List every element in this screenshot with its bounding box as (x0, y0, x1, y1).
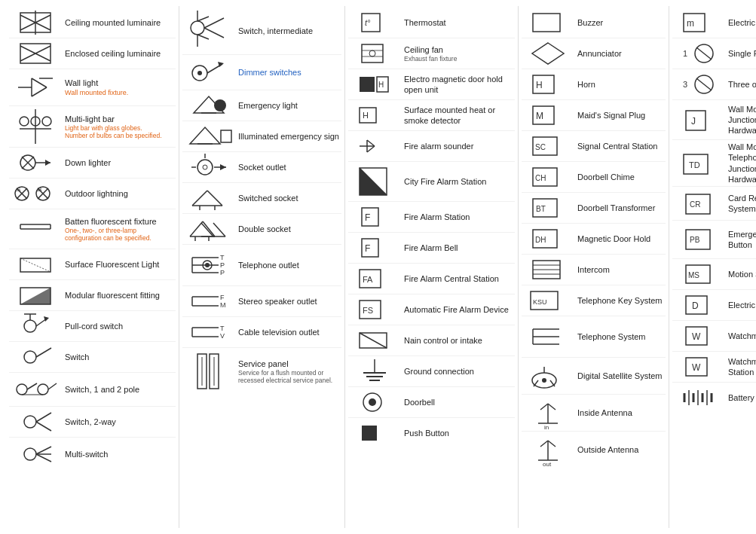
label-multi-switch: Multi-switch (62, 449, 176, 459)
svg-point-45 (17, 384, 27, 395)
svg-point-74 (197, 160, 213, 175)
symbol-doorbell-chime: CH (522, 163, 574, 191)
row-emergency-light: Emergency light (182, 90, 341, 121)
label-annunciator: Annunciator (574, 48, 666, 59)
svg-text:F: F (365, 243, 370, 254)
row-ceiling-fan: Ceiling fan Exhaust fan fixture (348, 38, 515, 69)
svg-rect-198 (686, 111, 705, 130)
symbol-em-door-hold: H (348, 71, 401, 98)
svg-rect-122 (360, 77, 375, 92)
svg-marker-152 (532, 43, 564, 64)
label-telephone-outlet: Telephone outlet (235, 260, 341, 270)
row-modular-fluorescent: Modular fluorescent fitting (9, 280, 176, 311)
label-buzzer: Buzzer (574, 17, 666, 28)
row-card-reader: CR Card Reader Access System (672, 187, 756, 221)
label-enclosed-ceiling: Enclosed ceiling luminaire (62, 48, 176, 59)
svg-point-13 (20, 117, 29, 126)
svg-text:M: M (536, 111, 543, 121)
row-maids-signal: M Maid's Signal Plug (522, 100, 666, 131)
label-emergency-light: Emergency light (235, 100, 341, 111)
symbol-outside-antenna: out (522, 433, 574, 466)
symbol-telephone-system (522, 318, 574, 355)
svg-line-85 (190, 221, 203, 236)
row-emergency-release: PB Emergency Release Button (672, 221, 756, 259)
svg-line-10 (32, 87, 47, 96)
row-city-fire-alarm: City Fire Alarm Station (348, 162, 515, 202)
label-stereo-speaker: Stereo speaker outlet (235, 296, 341, 307)
svg-text:in: in (544, 424, 549, 431)
svg-line-90 (201, 223, 213, 236)
label-illuminated-sign: Illuminated emergency sign (235, 131, 341, 142)
row-electric-door-opener: D Electric Door Opener (672, 290, 756, 321)
symbol-batten-fluorescent (9, 211, 62, 247)
svg-line-181 (540, 404, 548, 410)
row-fire-alarm-bell: F Fire Alarm Bell (348, 233, 515, 264)
label-thermostat: Thermostat (401, 17, 515, 28)
row-battery: Battery (672, 383, 756, 413)
label-switched-socket: Switched socket (235, 193, 341, 203)
svg-point-38 (24, 320, 36, 332)
label-maids-signal: Maid's Signal Plug (574, 110, 666, 121)
row-electric-motors: m Electric Motors (672, 8, 756, 38)
label-service-panel: Service panel Service for a flush mounte… (235, 359, 341, 385)
svg-text:H: H (378, 81, 384, 89)
row-digital-satellite: Digital Satellite System (522, 358, 666, 395)
row-single-phase: 1 Single Phase (672, 38, 756, 69)
label-watchmans-central: Watchman's Central Station (725, 356, 756, 378)
symbol-auto-fire-alarm: FS (348, 296, 401, 323)
row-pull-cord: Pull-cord switch (9, 311, 176, 342)
svg-text:T: T (220, 254, 225, 261)
label-socket-outlet: Socket outlet (235, 162, 341, 172)
label-multi-light-bar: Multi-light bar Light bar with glass glo… (62, 114, 176, 140)
row-push-button: Push Button (348, 418, 515, 448)
row-fire-alarm-central: FA Fire Alarm Central Station (348, 264, 515, 294)
symbol-card-reader: CR (672, 188, 725, 218)
svg-text:F: F (365, 212, 370, 223)
symbol-emergency-release: PB (672, 222, 725, 257)
svg-text:FA: FA (363, 275, 373, 284)
label-dimmer-switches: Dimmer switches (235, 67, 341, 78)
symbol-buzzer (522, 9, 574, 36)
row-multi-light-bar: Multi-light bar Light bar with glass glo… (9, 106, 176, 148)
row-switch-1-2-pole: Switch, 1 and 2 pole (9, 373, 176, 407)
svg-line-129 (367, 146, 375, 152)
label-pull-cord: Pull-cord switch (62, 321, 176, 331)
svg-text:SC: SC (535, 143, 546, 151)
label-down-lighter: Down lighter (62, 157, 176, 168)
label-em-door-hold: Electro magnetic door hold open unit (401, 74, 515, 96)
svg-line-44 (36, 348, 51, 357)
svg-text:T: T (220, 325, 225, 332)
row-multi-switch: Multi-switch (9, 438, 176, 471)
svg-line-56 (36, 454, 51, 462)
row-doorbell-chime: CH Doorbell Chime (522, 162, 666, 193)
label-ceiling-fan: Ceiling fan Exhaust fan fixture (401, 44, 515, 63)
svg-line-187 (548, 441, 556, 447)
column-3: t° Thermostat Ceiling fan Exhaust fan fi… (345, 6, 519, 528)
row-inside-antenna: in Inside Antenna (522, 395, 666, 432)
label-ceiling-luminaire: Ceiling mounted luminaire (62, 17, 176, 28)
symbol-ceiling-fan (348, 40, 401, 67)
svg-line-35 (20, 258, 51, 272)
symbol-switch (9, 343, 62, 371)
symbol-motion-sensor: MS (672, 261, 725, 288)
symbol-wall-light (9, 71, 62, 104)
row-auto-fire-alarm: FS Automatic Fire Alarm Device (348, 294, 515, 325)
symbol-pull-cord (9, 313, 62, 340)
row-signal-central: SC Signal Central Station (522, 131, 666, 162)
symbol-intercom (522, 256, 574, 283)
row-watchmans-central: W Watchman's Central Station (672, 352, 756, 383)
label-cable-tv: Cable television outlet (235, 327, 341, 337)
row-telephone-outlet: T P P Telephone outlet (182, 245, 341, 286)
svg-text:MS: MS (688, 271, 699, 279)
symbol-outdoor-lighting: S B (9, 180, 62, 207)
svg-point-50 (24, 416, 36, 428)
svg-point-53 (24, 448, 36, 460)
svg-line-80 (192, 191, 207, 206)
label-wall-light: Wall light Wall mounted fixture. (62, 78, 176, 96)
row-wall-light: Wall light Wall mounted fixture. (9, 69, 176, 106)
svg-text:F: F (220, 294, 225, 301)
svg-line-86 (203, 221, 215, 236)
symbol-dimmer-switches (182, 56, 235, 88)
svg-rect-118 (362, 44, 383, 63)
row-horn: H Horn (522, 69, 666, 100)
